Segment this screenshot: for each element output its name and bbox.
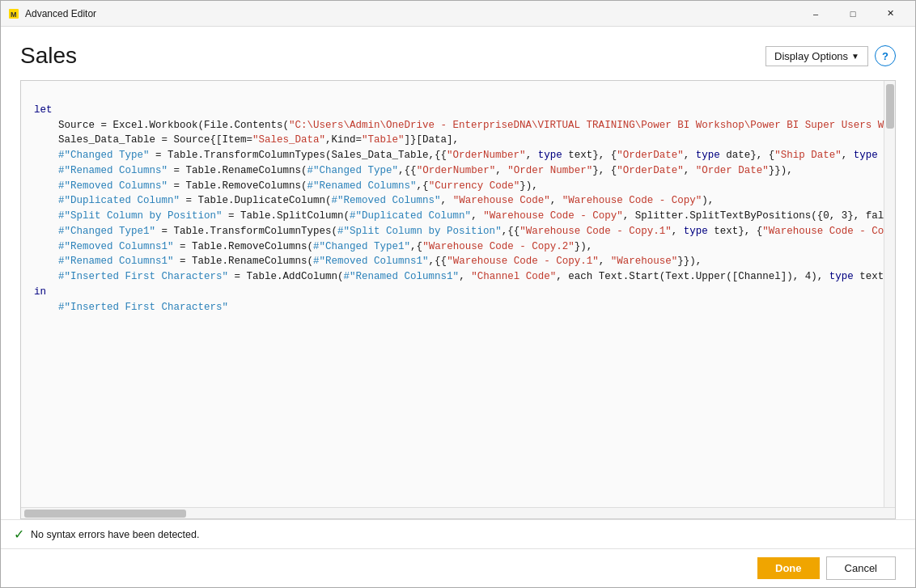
window-controls: – □ ✕ (797, 1, 909, 27)
display-options-label: Display Options (774, 50, 848, 62)
content-area: Sales Display Options ▼ ? let Source = E… (1, 27, 915, 519)
editor-inner: let Source = Excel.Workbook(File.Content… (21, 81, 895, 507)
svg-text:M: M (11, 11, 17, 19)
window-title: Advanced Editor (25, 8, 797, 19)
code-editor[interactable]: let Source = Excel.Workbook(File.Content… (21, 81, 884, 507)
horizontal-scrollbar-thumb[interactable] (24, 510, 186, 518)
editor-container: let Source = Excel.Workbook(File.Content… (20, 80, 896, 519)
header-right: Display Options ▼ ? (765, 45, 896, 66)
status-bar: ✓ No syntax errors have been detected. (1, 519, 915, 548)
advanced-editor-window: M Advanced Editor – □ ✕ Sales Display Op… (0, 0, 916, 588)
vertical-scrollbar-thumb[interactable] (886, 84, 894, 129)
code-content[interactable]: let Source = Excel.Workbook(File.Content… (21, 87, 884, 330)
chevron-down-icon: ▼ (851, 52, 859, 61)
status-check-icon: ✓ (14, 527, 24, 542)
page-title: Sales (20, 43, 77, 69)
help-button[interactable]: ? (875, 45, 896, 66)
app-icon: M (7, 7, 20, 20)
vertical-scrollbar[interactable] (884, 81, 895, 507)
display-options-button[interactable]: Display Options ▼ (765, 46, 868, 66)
footer-bar: Done Cancel (1, 548, 915, 587)
status-message: No syntax errors have been detected. (31, 529, 199, 540)
cancel-button[interactable]: Cancel (826, 556, 896, 580)
restore-button[interactable]: □ (834, 1, 871, 27)
close-button[interactable]: ✕ (871, 1, 909, 27)
minimize-button[interactable]: – (797, 1, 834, 27)
horizontal-scrollbar[interactable] (21, 507, 895, 518)
done-button[interactable]: Done (757, 557, 820, 579)
title-bar: M Advanced Editor – □ ✕ (1, 1, 915, 27)
header-row: Sales Display Options ▼ ? (20, 43, 896, 69)
